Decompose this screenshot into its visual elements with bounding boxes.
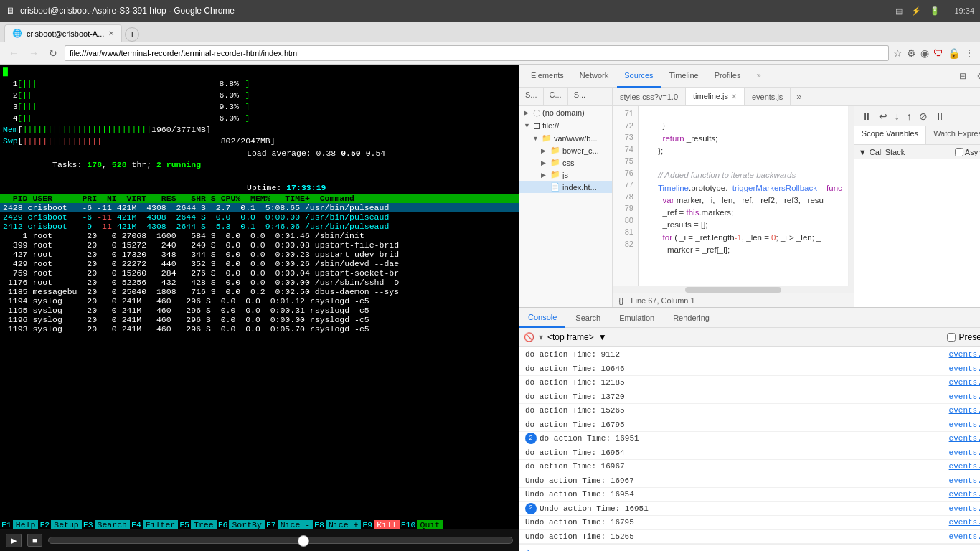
preserve-log-checkbox[interactable] (947, 333, 956, 342)
log-source[interactable]: events.js:44 (949, 461, 980, 473)
console-input[interactable] (535, 547, 980, 552)
resume-button[interactable]: ⏸ (933, 109, 946, 123)
async-check[interactable] (955, 148, 963, 156)
f10-label[interactable]: Quit (417, 520, 443, 529)
stop-button[interactable]: ■ (27, 534, 42, 547)
tree-item-bower[interactable]: ▶ 📁 bower_c... (519, 144, 612, 156)
dt-settings-icon[interactable]: ⚙ (974, 67, 980, 85)
log-source[interactable]: events.js:49 (949, 489, 980, 501)
process-row-8[interactable]: 759 root 20 0 15260 284 276 S 0.0 0.0 0:… (0, 268, 519, 278)
dt-tab-sources[interactable]: Sources (617, 65, 660, 88)
deactivate-button[interactable]: ⊘ (918, 109, 929, 123)
source-tab-close-timeline[interactable]: ✕ (731, 93, 737, 100)
browser-tab[interactable]: 🌐 crisboot@crisboot-A... ✕ (4, 24, 122, 42)
log-source[interactable]: events.js:44 (949, 363, 980, 375)
scope-tab-scope[interactable]: Scope Variables (854, 126, 926, 144)
process-row-12[interactable]: 1195 syslog 20 0 241M 460 296 S 0.0 0.0 … (0, 306, 519, 315)
source-tab-timeline[interactable]: timeline.js ✕ (686, 88, 745, 106)
log-source[interactable]: events.js:44 (949, 377, 980, 389)
new-tab-button[interactable]: + (125, 27, 139, 42)
f2-label[interactable]: Setup (51, 520, 82, 529)
log-source[interactable]: events.js:44 (949, 405, 980, 417)
reload-button[interactable]: ↻ (46, 46, 60, 60)
settings-icon[interactable]: ⚙ (907, 47, 916, 59)
log-source[interactable]: events.js:49 (949, 503, 980, 515)
top-frame-dropdown[interactable]: ▼ (598, 332, 607, 342)
source-tab-events[interactable]: events.js (745, 88, 791, 106)
source-tab-styles[interactable]: styles.css?v=1.0 (613, 88, 686, 106)
terminal-panel[interactable]: █ 1 [||| ] 8.8% 2 [|| ] 6.0% (0, 65, 519, 551)
process-row-3[interactable]: 2412 crisboot 9 -11 421M 4308 2644 S 5.3… (0, 222, 519, 231)
dt-more-button[interactable]: » (749, 65, 768, 88)
tab-close-button[interactable]: ✕ (108, 29, 114, 37)
process-row-11[interactable]: 1194 syslog 20 0 241M 460 296 S 0.0 0.0 … (0, 296, 519, 306)
bookmark-icon[interactable]: ☆ (893, 47, 903, 59)
tree-item-no-domain[interactable]: ▶ ◌ (no domain) (519, 106, 612, 119)
log-source[interactable]: events.js:49 (949, 475, 980, 487)
process-row-9[interactable]: 1176 root 20 0 52256 432 428 S 0.0 0.0 0… (0, 278, 519, 287)
process-row-7[interactable]: 429 root 20 0 22272 440 352 S 0.0 0.0 0:… (0, 259, 519, 268)
source-tab-more[interactable]: » (791, 89, 807, 104)
log-source[interactable]: events.js:44 (949, 349, 980, 361)
pause-button[interactable]: ⏸ (860, 109, 873, 123)
shield-icon[interactable]: 🔒 (948, 47, 960, 59)
source-panel-tab-s2[interactable]: S... (568, 88, 592, 105)
tree-item-var[interactable]: ▼ 📁 var/www/b... (519, 132, 612, 144)
log-source[interactable]: events.js:44 (949, 419, 980, 431)
f3-label[interactable]: Search (95, 520, 130, 529)
chrome-icon[interactable]: ◉ (920, 47, 929, 59)
tree-item-index[interactable]: 📄 index.ht... (519, 181, 612, 193)
log-source[interactable]: events.js:49 (949, 517, 980, 529)
tree-item-css[interactable]: ▶ 📁 css (519, 156, 612, 169)
dt-tab-timeline[interactable]: Timeline (662, 65, 706, 88)
process-row-6[interactable]: 427 root 20 0 17320 348 344 S 0.0 0.0 0:… (0, 250, 519, 259)
process-row-14[interactable]: 1193 syslog 20 0 241M 460 296 S 0.0 0.0 … (0, 324, 519, 334)
console-tab-emulation[interactable]: Emulation (611, 308, 663, 328)
console-tab-rendering[interactable]: Rendering (664, 308, 718, 328)
async-checkbox[interactable]: Async (955, 148, 980, 156)
f4-label[interactable]: Filter (143, 520, 178, 529)
f7-label[interactable]: Nice - (278, 520, 313, 529)
process-row-4[interactable]: 1 root 20 0 27068 1600 584 S 0.0 0.0 0:0… (0, 231, 519, 240)
f8-label[interactable]: Nice + (326, 520, 361, 529)
step-back-button[interactable]: ↩ (877, 109, 889, 123)
more-button[interactable]: ⋮ (964, 47, 974, 59)
progress-thumb[interactable] (298, 535, 309, 547)
dt-tab-profiles[interactable]: Profiles (707, 65, 748, 88)
process-row-selected[interactable]: 2428 crisboot -6 -11 421M 4308 2644 S 2.… (0, 203, 519, 212)
log-source[interactable]: events.js:44 (949, 391, 980, 403)
process-row-5[interactable]: 399 root 20 0 15272 240 240 S 0.0 0.0 0:… (0, 240, 519, 250)
log-source[interactable]: events.js:49 (949, 531, 980, 543)
filter-dropdown-icon[interactable]: ▾ (539, 332, 543, 342)
source-panel-tab-s[interactable]: S... (519, 88, 544, 105)
f9-label[interactable]: Kill (374, 520, 400, 529)
code-scrollbar-h[interactable] (613, 286, 854, 293)
play-button[interactable]: ▶ (6, 534, 22, 547)
tree-item-js[interactable]: ▶ 📁 js (519, 169, 612, 181)
forward-button[interactable]: → (26, 46, 42, 60)
console-tab-search[interactable]: Search (567, 308, 609, 328)
log-source[interactable]: events.js:44 (949, 433, 980, 445)
dt-tab-elements[interactable]: Elements (524, 65, 571, 88)
f6-label[interactable]: SortBy (229, 520, 264, 529)
block-icon[interactable]: 🚫 (524, 332, 534, 342)
process-row-2[interactable]: 2429 crisboot -6 -11 421M 4308 2644 S 0.… (0, 212, 519, 222)
dt-tab-network[interactable]: Network (573, 65, 616, 88)
call-stack-arrow[interactable]: ▼ (859, 148, 867, 156)
tree-item-file[interactable]: ▼ ◻ file:// (519, 119, 612, 132)
process-row-13[interactable]: 1196 syslog 20 0 241M 460 296 S 0.0 0.0 … (0, 315, 519, 324)
log-source[interactable]: events.js:44 (949, 447, 980, 459)
url-bar[interactable] (65, 45, 889, 61)
source-panel-tab-c[interactable]: C... (544, 88, 568, 105)
f1-label[interactable]: Help (13, 520, 39, 529)
code-scrollbar-thumb[interactable] (685, 287, 781, 293)
dt-console-icon[interactable]: ⊟ (956, 68, 969, 84)
adblock-icon[interactable]: 🛡 (933, 47, 943, 59)
progress-bar[interactable] (48, 537, 513, 544)
code-content[interactable]: } return _results; }; // Added function … (639, 106, 848, 286)
step-out-button[interactable]: ↑ (905, 109, 913, 123)
scope-tab-watch[interactable]: Watch Expressions (926, 126, 980, 144)
step-over-button[interactable]: ↓ (893, 109, 901, 123)
f5-label[interactable]: Tree (191, 520, 217, 529)
process-row-10[interactable]: 1185 messagebu 20 0 25040 1808 716 S 0.0… (0, 287, 519, 296)
